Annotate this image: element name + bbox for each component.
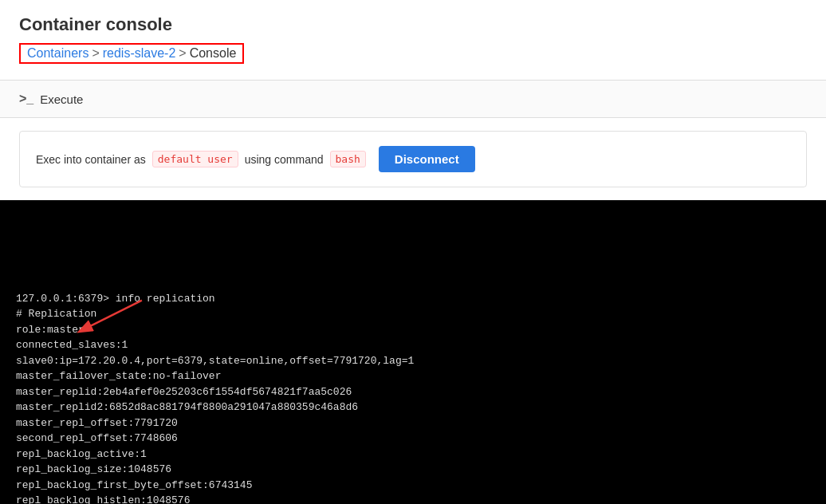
exec-prefix-text: Exec into container as — [36, 153, 146, 166]
terminal-line: master_replid2:6852d8ac881794f8800a29104… — [16, 400, 810, 415]
execute-icon: >_ — [19, 92, 33, 106]
terminal-line: master_failover_state:no-failover — [16, 368, 810, 384]
terminal-line: repl_backlog_active:1 — [16, 447, 810, 463]
terminal-lines: 127.0.0.1:6379> info replication# Replic… — [16, 291, 810, 505]
terminal-line: role:master — [16, 322, 810, 338]
page-title: Container console — [19, 14, 807, 35]
terminal-line: connected_slaves:1 — [16, 337, 810, 353]
breadcrumb-containers-link[interactable]: Containers — [27, 46, 88, 61]
terminal-line: repl_backlog_size:1048576 — [16, 462, 810, 478]
terminal-line: repl_backlog_first_byte_offset:6743145 — [16, 478, 810, 494]
terminal-line: master_replid:2eb4afef0e25203c6f1554df56… — [16, 384, 810, 400]
terminal-line: second_repl_offset:7748606 — [16, 431, 810, 447]
terminal-line: repl_backlog_histlen:1048576 — [16, 493, 810, 504]
breadcrumb-sep-2: > — [179, 46, 186, 61]
exec-middle-text: using command — [245, 153, 324, 166]
disconnect-button[interactable]: Disconnect — [379, 146, 475, 172]
exec-user-badge: default user — [152, 151, 238, 167]
execute-label: Execute — [40, 93, 83, 106]
terminal-line: # Replication — [16, 306, 810, 322]
page-header: Container console Containers > redis-sla… — [0, 0, 826, 70]
terminal: 127.0.0.1:6379> info replication# Replic… — [0, 200, 826, 504]
breadcrumb-sep-1: > — [92, 46, 99, 61]
breadcrumb-current: Console — [190, 46, 237, 61]
terminal-line: 127.0.0.1:6379> info replication — [16, 291, 810, 307]
terminal-line: master_repl_offset:7791720 — [16, 415, 810, 431]
execute-bar: >_ Execute — [0, 80, 826, 118]
breadcrumb-container-link[interactable]: redis-slave-2 — [103, 46, 176, 61]
exec-section: Exec into container as default user usin… — [19, 131, 807, 187]
terminal-line: slave0:ip=172.20.0.4,port=6379,state=onl… — [16, 353, 810, 369]
exec-cmd-badge: bash — [330, 151, 366, 167]
